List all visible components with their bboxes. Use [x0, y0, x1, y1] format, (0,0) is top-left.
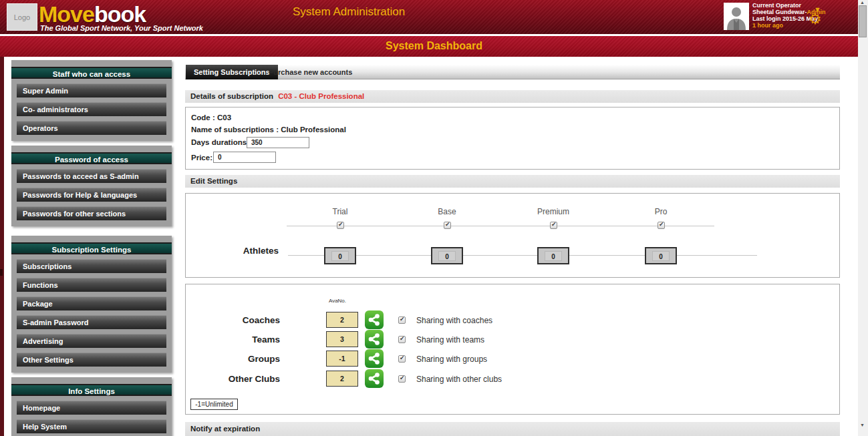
details-header-value[interactable]: C03 - Club Professional: [278, 92, 364, 100]
share-teams-icon[interactable]: [365, 330, 384, 349]
sharing-teams-checkbox[interactable]: [398, 336, 406, 343]
athletes-trial-value: 0: [331, 251, 349, 261]
sharing-other-clubs-checkbox[interactable]: [398, 375, 406, 383]
plans-top-line: [287, 226, 714, 226]
top-header: Logo Movebook The Global Sport Network, …: [0, 0, 868, 34]
sidebar-item-operators[interactable]: Operators: [17, 121, 166, 135]
plan-trial-checkbox[interactable]: [337, 222, 344, 229]
sidebar-item-passwords-sadmin[interactable]: Passwords to acceed as S-admin: [17, 169, 166, 183]
vertical-scrollbar[interactable]: ▲ ▼: [858, 0, 868, 436]
athletes-premium-field[interactable]: 0: [537, 247, 569, 264]
sharing-groups-label: Sharing with groups: [416, 355, 487, 364]
brand-part1: Move: [39, 1, 94, 27]
athletes-trial-field[interactable]: 0: [324, 247, 356, 264]
details-header-label: Details of subscription: [190, 92, 273, 100]
plan-column-premium: Premium: [537, 207, 569, 216]
sidebar-item-passwords-other[interactable]: Passwords for other sections: [17, 206, 166, 220]
operator-avatar[interactable]: [724, 3, 749, 30]
sidebar-item-other-settings[interactable]: Other Settings: [17, 353, 166, 367]
sidebar-section-passwords: Password of access Passwords to acceed a…: [11, 146, 172, 226]
page-title: System Dashboard: [0, 40, 868, 52]
plan-pro-checkbox[interactable]: [658, 222, 665, 229]
screen: Logo Movebook The Global Sport Network, …: [0, 0, 868, 436]
brand-tagline: The Global Sport Network, Your Sport Net…: [40, 24, 203, 32]
sidebar-item-subscriptions[interactable]: Subscriptions: [17, 259, 166, 273]
brand-part2: book: [94, 1, 146, 27]
section-title-staff: Staff who can access: [11, 67, 172, 79]
scrollbar-up-icon[interactable]: ▲: [860, 0, 865, 5]
plan-column-trial: Trial: [333, 207, 348, 216]
plan-premium-checkbox[interactable]: [550, 222, 557, 229]
app-title: System Administration: [293, 5, 405, 19]
share-other-clubs-icon[interactable]: [365, 369, 384, 388]
plans-athletes-line: [288, 255, 757, 256]
athletes-pro-field[interactable]: 0: [645, 247, 677, 264]
edit-settings-bar: Edit Settings: [185, 175, 840, 188]
sidebar-item-package[interactable]: Package: [17, 296, 166, 310]
sidebar-item-functions[interactable]: Functions: [17, 278, 166, 292]
sharing-other-clubs-label: Sharing with other clubs: [416, 375, 502, 384]
dashboard-bar: System Dashboard: [0, 36, 868, 57]
details-box: Code : C03 Name of subscriptions : Club …: [185, 107, 840, 170]
groups-label: Groups: [186, 354, 280, 364]
tab-purchase-new-accounts[interactable]: Purchase new accounts: [261, 65, 360, 79]
sidebar-section-staff: Staff who can access Super Admin Co- adm…: [11, 60, 172, 141]
gear-icon[interactable]: ⚙: [809, 12, 822, 27]
code-line: Code : C03: [191, 114, 231, 122]
resources-panel: AvaNo. Coaches Sharing with coaches Team…: [185, 284, 840, 415]
sidebar-section-subscription: Subscription Settings Subscriptions Func…: [11, 236, 172, 373]
price-input[interactable]: [213, 152, 276, 163]
section-title-info: Info Settings: [11, 384, 172, 396]
share-groups-icon[interactable]: [365, 349, 384, 368]
other-clubs-label: Other Clubs: [186, 374, 280, 384]
name-line: Name of subscriptions : Club Professiona…: [191, 126, 346, 134]
sidebar-section-info: Info Settings Homepage Help System: [11, 377, 172, 436]
plan-base-checkbox[interactable]: [444, 222, 451, 229]
athletes-base-field[interactable]: 0: [431, 247, 463, 264]
avatar-silhouette-icon: [724, 3, 749, 30]
header-separator: [0, 34, 868, 36]
notify-expiration-bar: Notify at expiration: [185, 422, 840, 436]
scrollbar-down-icon[interactable]: ▼: [860, 423, 865, 427]
sidebar-item-advertising[interactable]: Advertising: [17, 334, 166, 348]
operator-name: Sheetal Gundewar-: [752, 9, 807, 15]
teams-input[interactable]: [326, 331, 358, 347]
sidebar-item-passwords-help[interactable]: Passwords for Help & languages: [17, 188, 166, 202]
days-label: Days durations:: [191, 138, 249, 146]
days-durations-input[interactable]: [247, 137, 309, 148]
sharing-coaches-checkbox[interactable]: [398, 316, 406, 324]
sidebar: Staff who can access Super Admin Co- adm…: [11, 60, 172, 436]
groups-input[interactable]: [326, 351, 358, 367]
share-coaches-icon[interactable]: [365, 310, 384, 329]
sidebar-item-homepage[interactable]: Homepage: [17, 401, 166, 415]
sharing-coaches-label: Sharing with coaches: [416, 316, 492, 325]
sidebar-item-super-admin[interactable]: Super Admin: [17, 83, 166, 97]
logo-placeholder: Logo: [7, 3, 37, 31]
avano-label: AvaNo.: [317, 298, 357, 304]
other-clubs-input[interactable]: [326, 371, 358, 387]
unlimited-note: -1=Unlimited: [190, 399, 238, 410]
plan-column-pro: Pro: [655, 207, 668, 216]
athletes-pro-value: 0: [652, 251, 670, 261]
section-title-subscription: Subscription Settings: [11, 242, 172, 254]
plan-column-base: Base: [438, 207, 456, 216]
left-strip-notch: [0, 269, 3, 276]
main-content: Setting Subscriptions Purchase new accou…: [185, 65, 840, 436]
teams-label: Teams: [186, 335, 280, 345]
plans-panel: Trial Base Premium Pro Athletes 0 0 0 0: [185, 193, 840, 278]
athletes-base-value: 0: [438, 251, 456, 261]
coaches-input[interactable]: [326, 312, 358, 328]
athletes-premium-value: 0: [545, 251, 562, 261]
tab-bar: Setting Subscriptions Purchase new accou…: [185, 65, 840, 79]
sidebar-item-sadmin-password[interactable]: S-admin Password: [17, 315, 166, 329]
left-edge-strip: [0, 57, 4, 436]
sharing-teams-label: Sharing with teams: [416, 335, 484, 345]
scrollbar-thumb[interactable]: [859, 5, 867, 37]
athletes-label: Athletes: [186, 246, 279, 256]
price-label: Price:: [191, 154, 212, 162]
sidebar-item-co-administrators[interactable]: Co- administrators: [17, 102, 166, 116]
section-title-passwords: Password of access: [11, 152, 172, 164]
sidebar-item-help-system[interactable]: Help System: [17, 419, 166, 433]
details-header-bar: Details of subscription C03 - Club Profe…: [185, 90, 840, 103]
sharing-groups-checkbox[interactable]: [398, 355, 406, 363]
